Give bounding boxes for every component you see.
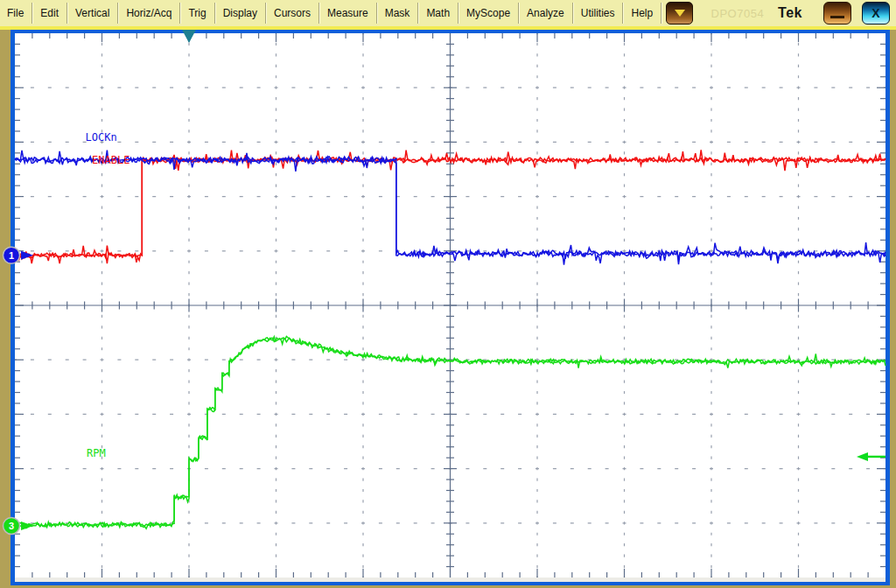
menu-item-trig[interactable]: Trig: [181, 0, 213, 26]
menu-item-display[interactable]: Display: [216, 0, 264, 26]
menu-separator: [32, 3, 32, 24]
menu-bar: FileEditVerticalHoriz/AcqTrigDisplayCurs…: [0, 0, 896, 26]
channel-3-badge[interactable]: 3: [4, 517, 34, 534]
channel-badge-number: 3: [9, 521, 14, 531]
menu-item-mask[interactable]: Mask: [378, 0, 417, 26]
menu-item-edit[interactable]: Edit: [33, 0, 66, 26]
minimize-button[interactable]: [823, 2, 851, 24]
menu-items: FileEditVerticalHoriz/AcqTrigDisplayCurs…: [0, 0, 662, 26]
trace-label-enable: ENABLE: [92, 154, 130, 166]
menu-separator: [458, 3, 458, 24]
menu-separator: [572, 3, 573, 24]
menu-item-myscope[interactable]: MyScope: [459, 0, 517, 26]
menu-item-math[interactable]: Math: [419, 0, 457, 26]
caret-down-icon: [675, 10, 685, 17]
display-frame: 13 ENABLELOCKnRPM: [10, 30, 890, 585]
menu-separator: [417, 3, 418, 24]
menu-item-measure[interactable]: Measure: [320, 0, 375, 26]
close-icon: X: [872, 6, 879, 20]
channel-badge-number: 1: [9, 250, 14, 261]
menu-separator: [265, 3, 266, 24]
bottom-strip: [15, 578, 886, 582]
close-button[interactable]: X: [862, 2, 890, 24]
trace-label-lockn: LOCKn: [86, 131, 117, 144]
menu-separator: [376, 3, 377, 24]
menu-separator: [622, 3, 623, 24]
menu-item-vertical[interactable]: Vertical: [68, 0, 116, 26]
right-reference-arrow[interactable]: [857, 452, 886, 461]
menu-item-help[interactable]: Help: [624, 0, 660, 26]
menu-item-horiz-acq[interactable]: Horiz/Acq: [119, 0, 178, 26]
graticule: 13: [15, 33, 886, 578]
trigger-position-marker[interactable]: [182, 30, 196, 43]
menu-separator: [661, 3, 662, 24]
menu-separator: [117, 3, 118, 24]
tekscope-window: FileEditVerticalHoriz/AcqTrigDisplayCurs…: [0, 0, 896, 588]
menu-item-cursors[interactable]: Cursors: [267, 0, 318, 26]
menu-separator: [318, 3, 319, 24]
menu-item-analyze[interactable]: Analyze: [520, 0, 571, 26]
menu-item-utilities[interactable]: Utilities: [574, 0, 622, 26]
menu-separator: [179, 3, 180, 24]
channel-1-badge[interactable]: 1: [4, 247, 34, 263]
minimize-icon: [830, 16, 844, 18]
menu-separator: [214, 3, 215, 24]
waveform-plot: 13 ENABLELOCKnRPM: [15, 33, 886, 578]
menu-separator: [66, 3, 67, 24]
menu-separator: [518, 3, 519, 24]
trace-label-rpm: RPM: [87, 447, 106, 459]
brand-logo: Tek: [778, 5, 802, 21]
menu-overflow-button[interactable]: [666, 2, 693, 24]
scope-display-area: 13 ENABLELOCKnRPM: [0, 30, 896, 588]
model-label: DPO7054: [711, 7, 765, 20]
menu-item-file[interactable]: File: [0, 0, 31, 26]
